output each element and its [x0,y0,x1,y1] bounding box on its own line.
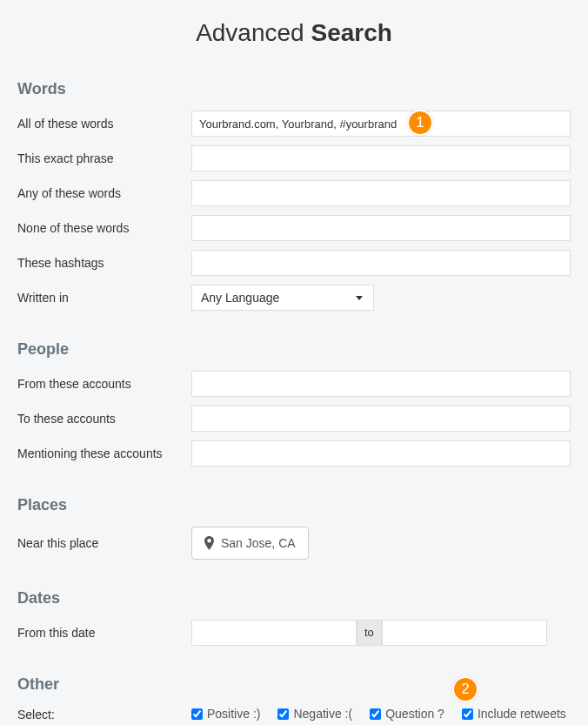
question-checkbox[interactable] [370,708,381,720]
exact-phrase-label: This exact phrase [17,151,191,165]
question-check[interactable]: Question ? [370,707,444,721]
retweets-checkbox[interactable] [462,708,473,720]
positive-label: Positive :) [207,707,260,721]
from-accounts-input[interactable] [191,371,571,397]
from-date-input[interactable] [191,620,357,646]
hashtags-label: These hashtags [17,256,191,270]
from-date-label: From this date [17,626,191,640]
annotation-badge-2: 2 [452,676,478,702]
language-value: Any Language [192,285,373,310]
all-words-input[interactable] [191,111,571,137]
hashtags-input[interactable] [191,250,571,276]
chevron-down-icon [356,296,363,300]
none-words-label: None of these words [17,221,191,235]
positive-checkbox[interactable] [191,708,203,720]
language-select[interactable]: Any Language [191,285,374,311]
title-bold: Search [311,19,391,46]
title-prefix: Advanced [196,19,311,46]
to-accounts-label: To these accounts [17,412,191,426]
near-place-button[interactable]: San Jose, CA [191,527,309,560]
near-place-label: Near this place [17,536,191,550]
section-words: Words [17,80,571,98]
question-label: Question ? [385,707,444,721]
language-label: Written in [17,291,191,305]
mention-accounts-input[interactable] [191,440,571,467]
from-accounts-label: From these accounts [17,377,191,391]
negative-label: Negative :( [293,707,352,721]
section-dates: Dates [17,589,571,608]
none-words-input[interactable] [191,215,571,241]
section-people: People [17,340,571,359]
negative-checkbox[interactable] [277,708,289,720]
page-title: Advanced Search [17,0,571,71]
retweets-label: Include retweets [478,707,566,721]
exact-phrase-input[interactable] [191,145,571,171]
other-select-label: Select: [17,706,191,722]
any-words-label: Any of these words [17,186,191,200]
annotation-badge-1: 1 [407,110,433,136]
mention-accounts-label: Mentioning these accounts [17,446,191,460]
map-pin-icon [204,536,214,550]
retweets-check[interactable]: Include retweets [462,707,566,721]
to-accounts-input[interactable] [191,406,571,432]
positive-check[interactable]: Positive :) [191,707,260,721]
date-to-text: to [357,620,382,646]
near-place-value: San Jose, CA [221,536,296,550]
all-words-label: All of these words [17,117,191,131]
section-other: Other [17,675,571,694]
to-date-input[interactable] [382,620,547,646]
any-words-input[interactable] [191,180,571,206]
section-places: Places [17,496,571,514]
negative-check[interactable]: Negative :( [277,707,352,721]
